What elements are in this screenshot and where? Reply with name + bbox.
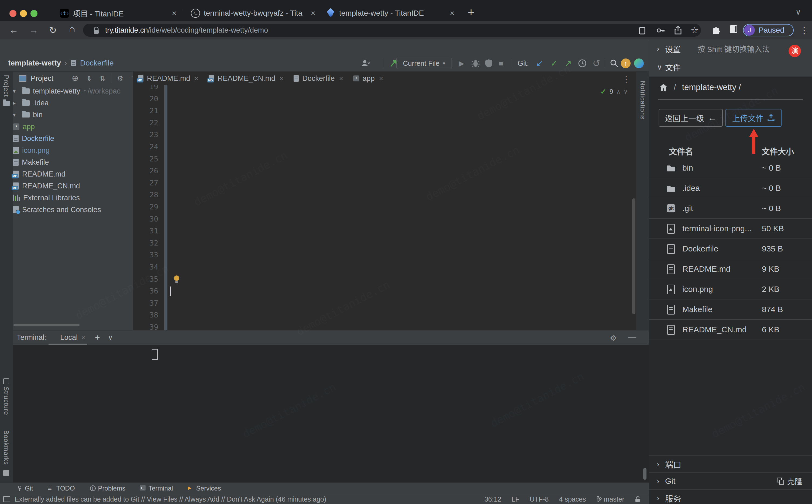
indent-setting[interactable]: 4 spaces — [559, 495, 586, 503]
profile-button[interactable]: J Paused — [743, 24, 794, 36]
next-issue-icon[interactable]: ∨ — [624, 88, 628, 95]
gear-icon[interactable]: ⚙ — [117, 74, 123, 83]
tool-window-button[interactable]: TODO — [42, 483, 80, 494]
close-icon[interactable]: × — [81, 334, 85, 341]
prev-issue-icon[interactable]: ∧ — [617, 88, 621, 95]
tree-row[interactable]: README_CN.md — [13, 180, 133, 192]
close-icon[interactable]: × — [339, 74, 343, 83]
file-row[interactable]: Makefile 874 B — [649, 299, 812, 320]
debug-bug-icon[interactable] — [471, 58, 480, 68]
file-row[interactable]: Dockerfile 935 B — [649, 239, 812, 259]
column-header-size[interactable]: 文件大小 — [762, 145, 794, 157]
code-line[interactable]: 24 — [133, 141, 636, 153]
project-panel-title[interactable]: Project — [31, 74, 53, 83]
address-bar[interactable]: try.titanide.cn/ide/web/coding/template-… — [83, 24, 701, 37]
expand-all-icon[interactable]: ⇕ — [86, 74, 92, 83]
back-icon[interactable]: ← — [9, 25, 18, 35]
file-row[interactable]: icon.png 2 KB — [649, 279, 812, 299]
code-line[interactable]: 30 — [133, 213, 636, 225]
extensions-puzzle-icon[interactable] — [712, 25, 721, 34]
clone-action[interactable]: 克隆 — [777, 476, 802, 486]
gear-icon[interactable]: ⚙ — [610, 334, 617, 343]
editor-tab[interactable]: README_CN.md × — [204, 72, 289, 85]
tree-expander-icon[interactable]: ▾ — [13, 88, 22, 94]
code-line[interactable]: 36 — [133, 285, 636, 297]
assistant-icon[interactable] — [634, 58, 644, 68]
tool-stripe-structure-label[interactable]: Structure — [2, 386, 10, 415]
terminal-options-chevron-icon[interactable]: ∨ — [108, 334, 113, 341]
tree-row[interactable]: Makefile — [13, 156, 133, 168]
git-branch-widget[interactable]: master — [596, 495, 624, 503]
code-line[interactable]: 33 — [133, 249, 636, 261]
horizontal-scrollbar[interactable] — [13, 324, 80, 326]
project-folder-icon[interactable] — [3, 101, 10, 106]
reload-icon[interactable]: ↻ — [49, 25, 57, 36]
editor-tab[interactable]: Dockerfile × — [288, 72, 348, 85]
code-line[interactable]: 27 — [133, 177, 636, 189]
window-zoom-button[interactable] — [30, 10, 37, 17]
side-panel-icon[interactable] — [730, 25, 738, 33]
close-icon[interactable]: × — [379, 74, 383, 83]
tool-window-button[interactable]: Terminal — [135, 483, 178, 494]
browser-menu-icon[interactable]: ⋮ — [800, 25, 809, 36]
terminal-tab-local[interactable]: Local — [60, 333, 78, 342]
line-separator[interactable]: LF — [512, 495, 519, 503]
editor-tab[interactable]: README.md × — [133, 72, 204, 85]
clipboard-icon[interactable] — [639, 26, 645, 34]
files-section-label[interactable]: 文件 — [665, 61, 681, 73]
editor-tab-options-icon[interactable]: ⋮ — [622, 74, 630, 84]
code-line[interactable]: 31 — [133, 225, 636, 237]
rollback-icon[interactable]: ↺ — [593, 58, 600, 68]
bookmark-star-icon[interactable]: ☆ — [691, 25, 699, 35]
close-icon[interactable]: × — [172, 9, 177, 18]
code-area[interactable]: 19 20 21 — [133, 85, 636, 330]
coverage-icon[interactable] — [485, 58, 493, 68]
terminal-body[interactable] — [13, 345, 649, 482]
window-close-button[interactable] — [9, 10, 16, 17]
home-icon[interactable]: ⌂ — [69, 23, 75, 35]
key-icon[interactable] — [657, 27, 665, 33]
locate-file-icon[interactable]: ⊕ — [72, 73, 78, 83]
breadcrumb-file[interactable]: Dockerfile — [80, 59, 113, 67]
code-line[interactable]: 29 — [133, 201, 636, 213]
code-line[interactable]: 34 — [133, 261, 636, 273]
bookmarks-icon[interactable] — [3, 470, 9, 476]
code-line[interactable]: 20 — [133, 93, 636, 105]
tree-expander-icon[interactable]: ▾ — [13, 112, 22, 118]
close-icon[interactable]: × — [311, 9, 315, 18]
status-message[interactable]: Externally added files can be added to G… — [15, 495, 326, 503]
tool-window-button[interactable]: Problems — [84, 483, 130, 494]
file-row[interactable]: .git ~ 0 B — [649, 198, 812, 219]
update-available-icon[interactable]: ↑ — [621, 58, 631, 68]
code-line[interactable]: 28 — [133, 189, 636, 201]
run-icon[interactable]: ▶ — [459, 58, 464, 68]
files-section-row[interactable]: ∨ 文件 — [649, 58, 812, 77]
tool-stripe-notifications-label[interactable]: Notifications — [639, 81, 646, 120]
code-line[interactable]: 37 — [133, 297, 636, 309]
settings-label[interactable]: 设置 — [665, 43, 681, 54]
user-accounts-icon[interactable] — [361, 58, 370, 68]
file-row[interactable]: README_CN.md 6 KB — [649, 320, 812, 340]
section-label[interactable]: 端口 — [665, 458, 681, 470]
browser-tab[interactable]: 项目 - TitanIDE × — [56, 5, 181, 21]
tree-row[interactable]: ▾ bin — [13, 109, 133, 121]
git-commit-check-icon[interactable]: ✓ — [550, 58, 558, 68]
git-update-icon[interactable]: ↙ — [536, 58, 543, 68]
code-line[interactable]: 38 — [133, 309, 636, 321]
minimize-icon[interactable]: — — [628, 333, 636, 342]
breadcrumb-project[interactable]: template-wetty — [8, 59, 61, 67]
editor-scrollbar[interactable] — [632, 198, 635, 314]
tree-row[interactable]: app — [13, 121, 133, 133]
code-line[interactable]: 26 — [133, 165, 636, 177]
forward-icon[interactable]: → — [29, 25, 38, 35]
tree-row[interactable]: README.md — [13, 168, 133, 180]
editor-tab[interactable]: app × — [348, 72, 388, 85]
home-icon[interactable] — [659, 83, 668, 91]
new-tab-button[interactable]: + — [468, 6, 474, 19]
stop-icon[interactable]: ■ — [499, 58, 503, 68]
file-row[interactable]: terminal-icon-png... 50 KB — [649, 219, 812, 239]
share-icon[interactable] — [675, 26, 682, 34]
column-header-name[interactable]: 文件名 — [669, 145, 693, 157]
file-row[interactable]: bin ~ 0 B — [649, 158, 812, 178]
panel-section-row[interactable]: › 端口 — [649, 455, 812, 472]
